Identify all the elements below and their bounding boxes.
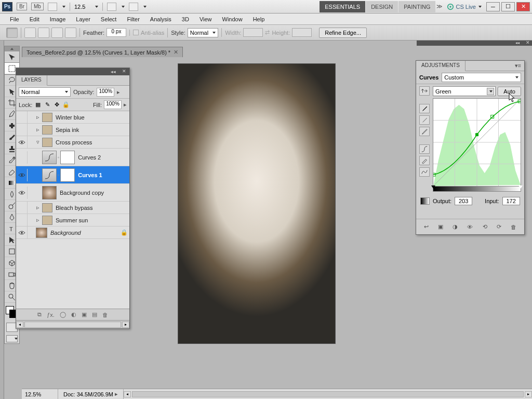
visibility-toggle[interactable]: [16, 202, 28, 214]
link-layers-icon[interactable]: ⧉: [37, 311, 42, 318]
channel-select[interactable]: Green: [433, 86, 496, 96]
sel-sub-icon[interactable]: [51, 28, 63, 38]
expand-icon[interactable]: ▿: [35, 139, 41, 145]
layer-row[interactable]: ▹Sepia ink: [16, 124, 129, 136]
menu-help[interactable]: Help: [248, 15, 270, 24]
opacity-flyout-icon[interactable]: ▸: [117, 89, 120, 96]
window-maximize-button[interactable]: ☐: [501, 2, 515, 11]
menu-view[interactable]: View: [195, 15, 217, 24]
expand-icon[interactable]: ▹: [35, 114, 41, 121]
expand-icon[interactable]: ▹: [35, 126, 41, 133]
fx-icon[interactable]: ƒx.: [47, 312, 55, 318]
menu-analysis[interactable]: Analysis: [145, 15, 176, 24]
expand-icon[interactable]: ▹: [35, 217, 41, 223]
layer-row[interactable]: Background copy: [16, 184, 129, 202]
curves-graph[interactable]: [433, 98, 521, 187]
feather-input[interactable]: 0 px: [107, 28, 126, 37]
lock-all-icon[interactable]: 🔒: [62, 101, 70, 109]
fill-input[interactable]: 100%: [104, 100, 122, 109]
style-select[interactable]: Normal: [188, 28, 218, 37]
hscroll-right-icon[interactable]: ▸: [525, 391, 532, 397]
workspace-more-icon[interactable]: ≫: [436, 3, 443, 10]
layer-row[interactable]: Background🔒: [16, 227, 129, 239]
menu-edit[interactable]: Edit: [25, 15, 44, 24]
cslive-button[interactable]: CS Live: [447, 3, 482, 10]
document-tab[interactable]: Tones_Before2.psd @ 12.5% (Curves 1, Lay…: [22, 47, 183, 57]
toggle-visibility-icon[interactable]: 👁: [467, 224, 473, 230]
screen-mode-tool-icon[interactable]: [6, 335, 18, 342]
targeted-adjust-icon[interactable]: [419, 86, 430, 96]
layer-name[interactable]: Curves 1: [76, 172, 129, 178]
tool-preset-icon[interactable]: [6, 28, 18, 38]
document-tab-close-icon[interactable]: ✕: [174, 49, 178, 56]
sample-black-icon[interactable]: [419, 104, 430, 113]
layer-row[interactable]: ▹Bleach bypass: [16, 202, 129, 214]
blend-mode-select[interactable]: Normal: [19, 87, 71, 97]
layers-panel-header[interactable]: ◂◂✕: [16, 68, 129, 75]
visibility-toggle[interactable]: [16, 151, 28, 164]
output-input[interactable]: [455, 197, 472, 205]
tools-collapse-icon[interactable]: [5, 46, 19, 51]
layer-name[interactable]: Sepia ink: [54, 127, 129, 133]
window-minimize-button[interactable]: ─: [486, 2, 500, 11]
layer-row[interactable]: ▫Curves 2: [16, 149, 129, 166]
status-zoom[interactable]: 12.5%: [22, 389, 58, 399]
visibility-toggle[interactable]: [16, 136, 28, 149]
lock-position-icon[interactable]: ✥: [53, 101, 60, 109]
mask-icon[interactable]: ◯: [60, 311, 66, 318]
layer-name[interactable]: Cross process: [54, 139, 129, 145]
reset-icon[interactable]: ⟳: [497, 223, 501, 230]
bridge-badge[interactable]: Br: [17, 3, 27, 10]
sel-new-icon[interactable]: [24, 28, 36, 38]
trash-icon[interactable]: 🗑: [102, 312, 108, 318]
menu-select[interactable]: Select: [96, 15, 122, 24]
visibility-toggle[interactable]: [16, 187, 28, 199]
fill-flyout-icon[interactable]: ▸: [124, 101, 127, 108]
menu-layer[interactable]: Layer: [71, 15, 95, 24]
screen-mode-icon[interactable]: [129, 3, 138, 11]
titlebar-zoom[interactable]: 12.5: [74, 4, 90, 10]
hscroll-left-icon[interactable]: ◂: [124, 391, 131, 397]
layer-name[interactable]: Bleach bypass: [54, 205, 129, 211]
expand-icon[interactable]: ▹: [35, 204, 41, 211]
sel-add-icon[interactable]: [38, 28, 49, 38]
input-slider[interactable]: [433, 187, 521, 192]
layers-hscroll[interactable]: ◂▸: [16, 320, 129, 328]
clip-layer-icon[interactable]: ◑: [453, 223, 458, 230]
workspace-painting[interactable]: PAINTING: [398, 1, 435, 12]
layer-name[interactable]: Background copy: [58, 190, 129, 196]
input-input[interactable]: [502, 197, 520, 205]
new-layer-icon[interactable]: ▤: [92, 311, 97, 318]
layer-name[interactable]: Summer sun: [54, 217, 129, 223]
visibility-toggle[interactable]: [16, 214, 28, 227]
menu-window[interactable]: Window: [218, 15, 247, 24]
menu-file[interactable]: File: [5, 15, 24, 24]
curves-preset-select[interactable]: Custom: [442, 73, 521, 82]
lock-image-icon[interactable]: ✎: [44, 101, 51, 109]
status-docsize[interactable]: Doc: 34.5M/206.9M▸: [58, 389, 124, 399]
layer-name[interactable]: Curves 2: [76, 154, 129, 161]
layer-name[interactable]: Winter blue: [54, 114, 129, 121]
workspace-design[interactable]: DESIGN: [366, 1, 398, 12]
layer-row[interactable]: ▹Winter blue: [16, 111, 129, 124]
channel-dropdown-icon[interactable]: [487, 88, 494, 95]
sample-gray-icon[interactable]: [419, 115, 430, 125]
layer-row[interactable]: ▫Curves 1: [16, 166, 129, 184]
visibility-toggle[interactable]: [16, 124, 28, 136]
menu-3d[interactable]: 3D: [177, 15, 194, 24]
sample-white-icon[interactable]: [419, 127, 430, 136]
delete-adjustment-icon[interactable]: 🗑: [511, 224, 516, 230]
layer-row[interactable]: ▿Cross process: [16, 136, 129, 149]
layer-name[interactable]: Background: [48, 230, 119, 236]
viewextras-icon[interactable]: [48, 3, 57, 11]
visibility-toggle[interactable]: [16, 111, 28, 124]
layer-row[interactable]: ▹Summer sun: [16, 214, 129, 227]
minibridge-badge[interactable]: Mb: [31, 3, 44, 10]
smooth-icon[interactable]: [419, 167, 430, 177]
panel-menu-icon[interactable]: ▾≡: [512, 61, 524, 71]
return-icon[interactable]: ↩: [424, 223, 429, 230]
visibility-toggle[interactable]: [16, 169, 28, 181]
lock-transparent-icon[interactable]: ▦: [34, 101, 42, 109]
document-canvas[interactable]: [178, 63, 336, 344]
arrange-docs-icon[interactable]: [107, 3, 116, 11]
